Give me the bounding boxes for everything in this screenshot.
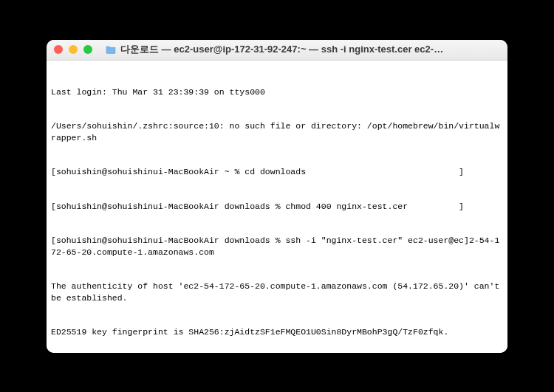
terminal-line: ED25519 key fingerprint is SHA256:zjAidt… xyxy=(51,326,503,338)
folder-icon xyxy=(106,46,116,54)
terminal-line: /Users/sohuishin/.zshrc:source:10: no su… xyxy=(51,120,503,143)
minimize-button[interactable] xyxy=(69,45,78,54)
titlebar: 다운로드 — ec2-user@ip-172-31-92-247:~ — ssh… xyxy=(47,40,507,61)
terminal-line: [sohuishin@sohuishinui-MacBookAir downlo… xyxy=(51,201,503,213)
terminal-window: 다운로드 — ec2-user@ip-172-31-92-247:~ — ssh… xyxy=(47,40,507,353)
window-title: 다운로드 — ec2-user@ip-172-31-92-247:~ — ssh… xyxy=(120,43,448,56)
terminal-line: [sohuishin@sohuishinui-MacBookAir ~ % cd… xyxy=(51,166,503,178)
close-button[interactable] xyxy=(54,45,63,54)
title-wrap: 다운로드 — ec2-user@ip-172-31-92-247:~ — ssh… xyxy=(54,43,500,56)
terminal-body[interactable]: Last login: Thu Mar 31 23:39:39 on ttys0… xyxy=(47,61,507,353)
traffic-lights xyxy=(54,45,92,54)
terminal-line: [sohuishin@sohuishinui-MacBookAir downlo… xyxy=(51,235,503,258)
terminal-line: The authenticity of host 'ec2-54-172-65-… xyxy=(51,281,503,303)
maximize-button[interactable] xyxy=(83,45,92,54)
terminal-line: Last login: Thu Mar 31 23:39:39 on ttys0… xyxy=(51,86,503,98)
